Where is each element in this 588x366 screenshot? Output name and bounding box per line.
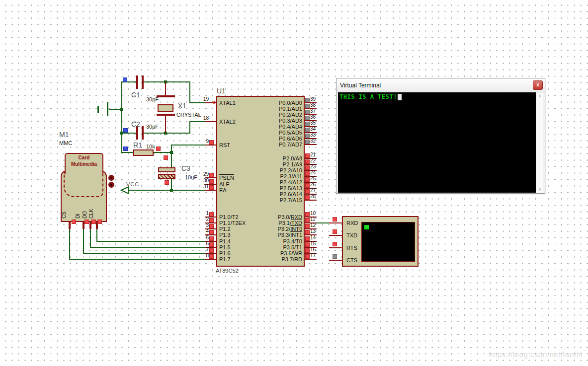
wire-rst[interactable] (153, 145, 205, 152)
mcu-pin-number-33: 33 (310, 132, 316, 138)
mcu-pin-name-P1.6: P1.6 (219, 250, 231, 256)
mcu-pin-number-36: 36 (310, 114, 316, 120)
mmc-clk-state-indicator (98, 220, 101, 223)
mcu-pin-name-P3.4/T0: P3.4/T0 (233, 238, 302, 244)
mcu-pin-name-P0.2/AD2: P0.2/AD2 (233, 112, 302, 118)
mcu-pin-name-P0.0/AD0: P0.0/AD0 (233, 100, 302, 106)
wire-do-p15[interactable] (90, 229, 205, 247)
mcu-pin-state-5 (210, 237, 213, 240)
mcu-pin-number-37: 37 (310, 108, 316, 114)
mmc-card-outline-dashed (64, 172, 103, 197)
mmc-pin-do (89, 222, 91, 229)
crystal-bottom-plate (157, 114, 175, 116)
mcu-pin-name-P2.3/A11: P2.3/A11 (233, 173, 302, 179)
mcu-pin-number-28: 28 (310, 194, 316, 200)
mcu-pin-state-31 (210, 186, 213, 189)
mcu-pin-state-21 (306, 154, 309, 157)
vterm-pin-label-txd: TXD (346, 232, 357, 238)
mcu-pin-name-P0.3/AD3: P0.3/AD3 (233, 118, 302, 124)
mmc-detect-contact-1 (108, 175, 114, 181)
virtual-terminal-output: THIS IS A TEST! (339, 93, 402, 100)
vterm-pin-rts (329, 247, 342, 248)
mcu-pin-state-13 (306, 230, 309, 234)
mmc-cs-state-indicator (72, 220, 76, 223)
mcu-pin-state-6 (210, 243, 213, 246)
mmc-pin-label-cs: CS (61, 212, 67, 219)
mcu-pin-number-19: 19 (195, 96, 209, 102)
mcu-pin-state-38 (306, 104, 309, 108)
mcu-pin-name-P3.3/INT1: P3.3/INT1 (233, 232, 302, 238)
mcu-pin-state-24 (306, 172, 309, 175)
mcu-pin-name-P3.2/INT0: P3.2/INT0 (233, 226, 302, 232)
virtual-terminal-scrollbar[interactable]: ∧ ∨ (536, 92, 543, 193)
mcu-pin-state-36 (306, 116, 309, 120)
schematic-canvas[interactable]: C1 30pF C2 30pF X1 CRYSTAL R1 10k C3 10u… (0, 0, 588, 366)
close-button[interactable]: x (533, 80, 543, 90)
mcu-pin-name-P3.0/RXD: P3.0/RXD (233, 214, 302, 220)
ground-terminal[interactable] (97, 102, 108, 116)
vcc-terminal-arrow[interactable] (121, 187, 128, 194)
mcu-pin-stub-8 (205, 259, 216, 260)
u1-part-label: AT89C52 (216, 268, 239, 274)
mcu-pin-state-32 (306, 140, 309, 144)
mcu-pin-number-7: 7 (195, 247, 209, 253)
mmc-pin-label-di: DI (75, 214, 81, 219)
crystal-top-plate (157, 95, 175, 97)
c1-state-indicator (123, 78, 127, 81)
crystal-x1[interactable] (158, 104, 173, 112)
capacitor-c1-plate (142, 75, 144, 89)
vterm-pin-label-rts: RTS (346, 245, 357, 251)
vterm-txd-state-indicator (333, 230, 336, 233)
mcu-pin-state-14 (306, 237, 309, 240)
mcu-pin-name-P2.2/A10: P2.2/A10 (233, 167, 302, 173)
mcu-pin-state-27 (306, 190, 309, 193)
c1-ref-label: C1 (131, 91, 140, 98)
mcu-pin-number-39: 39 (310, 96, 316, 102)
c3-bottom-state-indicator (165, 181, 168, 184)
mcu-pin-number-4: 4 (195, 228, 209, 234)
mcu-pin-state-3 (210, 224, 213, 228)
mcu-pin-state-16 (306, 249, 309, 252)
resistor-r1[interactable] (133, 149, 154, 156)
x1-ref-label: X1 (178, 102, 186, 109)
capacitor-c1[interactable] (136, 75, 138, 89)
mcu-pin-state-17 (306, 255, 309, 258)
virtual-terminal-screen[interactable]: THIS IS A TEST! (338, 92, 536, 193)
vterm-pin-label-rxd: RXD (346, 220, 358, 226)
vterm-pin-txd (329, 235, 342, 236)
mcu-pin-name-PSEN: PSEN (219, 175, 234, 181)
wire-cs-p17[interactable] (70, 229, 205, 259)
c1-value-label: 30pF (146, 97, 159, 102)
scrollbar-down-icon[interactable]: ∨ (536, 187, 543, 192)
m1-ref-label: M1 (59, 131, 69, 138)
vterm-pin-rxd (329, 222, 342, 223)
r1-value-label: 10k (146, 144, 155, 149)
virtual-terminal-titlebar[interactable]: Virtual Terminal x (336, 78, 545, 92)
mcu-pin-name-P0.6/AD6: P0.6/AD6 (233, 136, 302, 142)
mcu-pin-state-11 (306, 219, 309, 222)
mcu-pin-stub-17 (305, 259, 317, 260)
r1-left-state-indicator (124, 147, 127, 150)
capacitor-c2[interactable] (136, 126, 138, 140)
vcc-label: VCC (126, 182, 139, 187)
mcu-pin-state-26 (306, 184, 309, 187)
m1-value-label: MMC (59, 141, 72, 146)
mcu-pin-number-9: 9 (195, 139, 209, 145)
mcu-pin-state-29 (210, 173, 213, 177)
mcu-pin-name-P2.5/A13: P2.5/A13 (233, 185, 302, 191)
mcu-pin-number-13: 13 (310, 228, 316, 234)
virtual-terminal-window: Virtual Terminal x THIS IS A TEST! ∧ ∨ (336, 78, 545, 194)
mcu-pin-number-18: 18 (195, 115, 209, 121)
mcu-pin-number-31: 31 (195, 184, 209, 190)
scrollbar-up-icon[interactable]: ∧ (536, 93, 543, 98)
mcu-pin-number-17: 17 (310, 253, 316, 259)
mcu-pin-state-8 (210, 255, 213, 258)
capacitor-c3[interactable] (158, 167, 175, 172)
wire-clk-p14[interactable] (97, 229, 205, 241)
vterm-pin-cts (329, 260, 342, 261)
mcu-pin-state-15 (306, 243, 309, 246)
mcu-pin-state-4 (210, 230, 213, 234)
mcu-pin-name-P0.7/AD7: P0.7/AD7 (233, 142, 302, 147)
vterm-pin-label-cts: CTS (346, 257, 357, 263)
mcu-pin-number-24: 24 (310, 170, 316, 176)
